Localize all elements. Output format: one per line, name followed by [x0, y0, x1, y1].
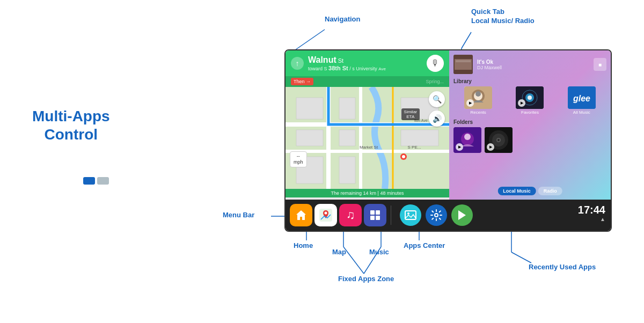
folder1-play-icon: ▶: [456, 143, 463, 151]
svg-rect-22: [339, 130, 355, 146]
map-body[interactable]: Market St S PE... lton Ave 🔍 🔊 -- mph: [286, 87, 449, 189]
page-indicator: [83, 177, 109, 185]
fixed-apps-zone-label: Fixed Apps Zone: [338, 275, 394, 283]
folder-item-1[interactable]: ▶: [453, 127, 481, 153]
allmusic-item[interactable]: glee All Music: [557, 86, 606, 115]
map-app-icon[interactable]: [314, 204, 337, 226]
quick-tab-label: Quick Tab Local Music/ Radio: [471, 8, 535, 26]
map-subheader: Then → Spring...: [286, 76, 449, 87]
svg-point-31: [402, 155, 405, 158]
stop-button[interactable]: ■: [594, 58, 606, 71]
street-name: Walnut: [308, 55, 336, 65]
svg-line-2: [462, 32, 471, 48]
album-thumbnail: [453, 55, 473, 74]
library-section: Library ▶: [453, 78, 606, 119]
main-title: Multi-Apps Control: [32, 107, 110, 143]
svg-rect-20: [339, 98, 355, 119]
svg-rect-57: [376, 210, 380, 215]
svg-rect-26: [339, 157, 355, 183]
svg-text:S PE...: S PE...: [408, 145, 421, 150]
local-music-tab[interactable]: Local Music: [497, 187, 536, 195]
allmusic-label: All Music: [573, 110, 590, 115]
dot-active: [83, 177, 95, 185]
volume-button[interactable]: 🔊: [429, 111, 445, 127]
library-grid: ▶ Recents ▶: [453, 86, 606, 115]
music-note-icon: ♫: [346, 208, 355, 222]
svg-text:Market St: Market St: [360, 145, 378, 150]
map-controls: 🔍 🔊: [429, 91, 445, 127]
svg-rect-56: [370, 210, 375, 215]
title-line2: Control: [45, 126, 98, 143]
favorites-item[interactable]: ▶ Favorites: [505, 86, 554, 115]
now-playing: It's Ok DJ Maxwell ■: [453, 55, 606, 74]
search-button[interactable]: 🔍: [429, 91, 445, 107]
gallery-app-icon[interactable]: [400, 204, 421, 226]
svg-point-47: [464, 134, 471, 140]
play-store-app-icon[interactable]: [451, 204, 473, 226]
music-label: Music: [369, 248, 389, 256]
svg-point-42: [528, 96, 532, 100]
recents-thumbnail: ▶: [464, 86, 492, 109]
dot-inactive: [97, 177, 109, 185]
device-screen: ↑ Walnut St toward S 38th St / s Univers…: [284, 49, 612, 232]
map-label: Map: [332, 248, 346, 256]
svg-text:glee: glee: [573, 94, 590, 103]
svg-point-62: [435, 214, 438, 217]
allmusic-thumbnail: glee: [568, 86, 596, 109]
recents-label: Recents: [470, 110, 486, 115]
settings-app-icon[interactable]: [426, 204, 447, 226]
favorites-label: Favorites: [521, 110, 539, 115]
navigation-label: Navigation: [325, 15, 360, 23]
music-app-icon[interactable]: ♫: [339, 204, 362, 226]
radio-tab[interactable]: Radio: [538, 187, 562, 195]
time-display: 17:44 ▲: [578, 204, 605, 222]
svg-point-38: [475, 91, 481, 97]
folder-item-2[interactable]: ▶: [485, 127, 513, 153]
svg-line-9: [343, 247, 364, 274]
menu-bar: ♫: [286, 200, 611, 231]
svg-rect-34: [456, 60, 471, 62]
recents-item[interactable]: ▶ Recents: [453, 86, 503, 115]
nav-direction-arrow: ↑: [291, 57, 304, 70]
svg-rect-19: [296, 98, 323, 119]
spring-label: Spring...: [426, 79, 444, 84]
title-line1: Multi-Apps: [32, 108, 110, 124]
home-app-icon[interactable]: [290, 204, 312, 226]
map-footer: The remaining 14 km | 48 minutes: [286, 189, 449, 197]
svg-rect-21: [296, 130, 323, 146]
track-info: It's Ok DJ Maxwell: [477, 59, 589, 70]
folders-section: Folders ▶: [453, 119, 606, 195]
menu-divider: [391, 205, 391, 225]
map-header-left: ↑ Walnut St toward S 38th St / s Univers…: [291, 55, 386, 71]
svg-line-12: [511, 252, 531, 263]
svg-rect-58: [370, 216, 375, 220]
eta-label: SimilarETA: [401, 108, 420, 120]
recently-used-apps-label: Recently Used Apps: [529, 263, 596, 271]
cross-street: toward S 38th St / s University Ave: [308, 65, 386, 71]
speed-display: -- mph: [290, 151, 307, 167]
svg-rect-59: [376, 216, 380, 220]
quick-tab-text: Quick Tab: [471, 8, 504, 16]
local-music-radio-text: Local Music/ Radio: [471, 17, 535, 25]
apps-center-icon[interactable]: [364, 204, 386, 226]
street-info: Walnut St toward S 38th St / s Universit…: [308, 55, 386, 71]
wifi-icon: ▲: [600, 216, 605, 222]
library-label: Library: [453, 78, 606, 84]
map-header: ↑ Walnut St toward S 38th St / s Univers…: [286, 50, 449, 76]
apps-center-label: Apps Center: [404, 241, 445, 249]
folders-label: Folders: [453, 119, 606, 125]
favorites-thumbnail: ▶: [516, 86, 544, 109]
track-title: It's Ok: [477, 59, 589, 65]
screen-content: ↑ Walnut St toward S 38th St / s Univers…: [286, 50, 611, 200]
menu-bar-label: Menu Bar: [223, 211, 254, 219]
svg-point-52: [497, 139, 500, 141]
music-tabs: Local Music Radio: [497, 187, 562, 195]
mic-button[interactable]: 🎙: [427, 55, 444, 72]
home-label: Home: [294, 241, 313, 249]
fixed-apps-zone: ♫: [290, 204, 386, 226]
navigation-panel[interactable]: ↑ Walnut St toward S 38th St / s Univers…: [286, 50, 449, 200]
folder2-play-icon: ▶: [487, 143, 494, 151]
folders-grid: ▶ ▶: [453, 127, 606, 153]
then-badge: Then →: [291, 78, 313, 85]
music-panel[interactable]: It's Ok DJ Maxwell ■ Library: [449, 50, 611, 200]
